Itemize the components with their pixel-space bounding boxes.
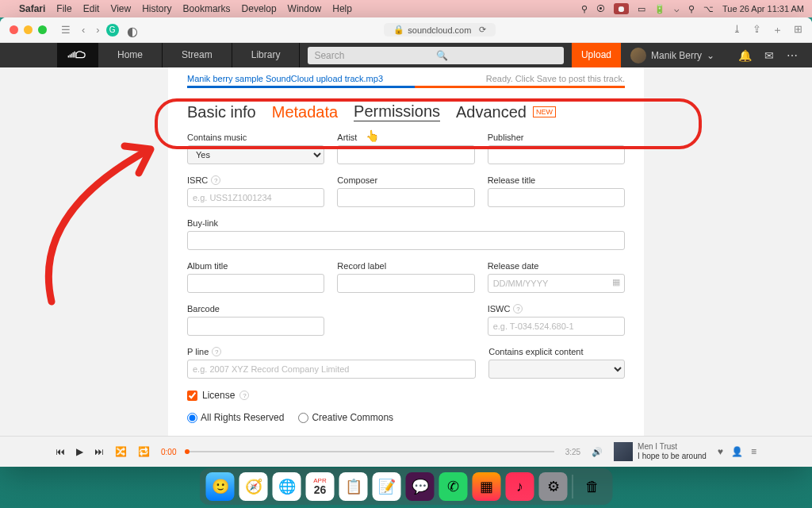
tab-advanced[interactable]: Advanced xyxy=(456,103,527,121)
dock-slack[interactable]: 💬 xyxy=(406,472,435,501)
label-iswc: ISWC xyxy=(488,304,511,314)
menu-window[interactable]: Window xyxy=(288,3,322,14)
nav-library[interactable]: Library xyxy=(232,43,301,67)
url-host: soundcloud.com xyxy=(408,25,471,35)
spotlight-icon[interactable]: ⚲ xyxy=(688,4,695,14)
shield-extension-icon[interactable]: ◐ xyxy=(127,24,138,35)
tab-permissions[interactable]: Permissions xyxy=(354,102,440,121)
nav-stream[interactable]: Stream xyxy=(163,43,232,67)
calendar-icon[interactable]: ▦ xyxy=(612,277,620,287)
select-explicit[interactable] xyxy=(488,360,625,379)
player-prev-icon[interactable]: ⏮ xyxy=(56,446,65,457)
grammarly-extension-icon[interactable]: G xyxy=(106,24,119,37)
dock-notes[interactable]: 📝 xyxy=(373,472,401,501)
player-title[interactable]: I hope to be around xyxy=(638,452,707,461)
soundcloud-logo[interactable] xyxy=(57,43,98,67)
dock-music[interactable]: ♪ xyxy=(506,472,534,501)
player-volume-icon[interactable]: 🔊 xyxy=(592,447,603,457)
dock-safari[interactable]: 🧭 xyxy=(239,472,268,501)
username: Manik Berry xyxy=(651,50,702,61)
battery-icon[interactable]: 🔋 xyxy=(654,4,665,14)
tabs-overview-icon[interactable]: ⊞ xyxy=(794,23,802,37)
display-icon[interactable]: ▭ xyxy=(638,4,645,14)
player-like-icon[interactable]: ♥ xyxy=(718,446,723,457)
help-icon[interactable]: ? xyxy=(212,347,221,356)
help-icon[interactable]: ? xyxy=(211,175,220,185)
input-barcode[interactable] xyxy=(187,317,324,336)
input-release-date[interactable] xyxy=(488,274,625,293)
window-zoom-button[interactable] xyxy=(38,25,47,34)
help-icon[interactable]: ? xyxy=(513,304,523,314)
notifications-icon[interactable]: 🔔 xyxy=(738,49,752,62)
input-pline[interactable] xyxy=(187,360,476,379)
menubar-clock[interactable]: Tue 26 Apr 11:31 AM xyxy=(722,4,804,13)
player-repeat-icon[interactable]: 🔁 xyxy=(138,446,150,457)
input-artist[interactable] xyxy=(337,145,474,164)
dock-calendar[interactable]: APR26 xyxy=(306,472,335,501)
player-shuffle-icon[interactable]: 🔀 xyxy=(115,446,127,457)
dock-reminders[interactable]: 📋 xyxy=(339,472,368,501)
radio-all-rights[interactable] xyxy=(187,413,197,423)
dock-app[interactable]: ▦ xyxy=(473,472,501,501)
menu-edit[interactable]: Edit xyxy=(83,3,100,14)
menu-file[interactable]: File xyxy=(56,3,71,14)
upload-filename: Manik berry sample SoundCloud upload tra… xyxy=(187,74,383,83)
user-menu[interactable]: Manik Berry ⌄ xyxy=(621,48,724,64)
forward-button-icon[interactable]: › xyxy=(96,24,99,36)
select-contains-music[interactable]: Yes xyxy=(187,145,324,164)
wifi-icon[interactable]: ⌵ xyxy=(674,4,680,14)
checkbox-license[interactable] xyxy=(187,391,197,401)
messages-icon[interactable]: ✉ xyxy=(764,49,774,62)
input-buy-link[interactable] xyxy=(187,231,625,250)
player-artist[interactable]: Men I Trust xyxy=(638,442,707,452)
player-duration: 3:25 xyxy=(565,448,580,456)
dock-whatsapp[interactable]: ✆ xyxy=(439,472,468,501)
input-iswc[interactable] xyxy=(488,317,625,336)
player-play-icon[interactable]: ▶ xyxy=(76,446,83,457)
tab-metadata[interactable]: Metadata xyxy=(272,103,338,121)
input-album-title[interactable] xyxy=(187,274,324,293)
label-release-title: Release title xyxy=(488,175,625,185)
search-input[interactable]: Search 🔍 xyxy=(308,47,564,64)
bluetooth-icon[interactable]: ⚲ xyxy=(581,4,588,14)
player-seek-bar[interactable] xyxy=(187,451,553,452)
tab-basic-info[interactable]: Basic info xyxy=(187,103,256,121)
status-icon[interactable]: ⦿ xyxy=(596,4,605,13)
player-follow-icon[interactable]: 👤 xyxy=(731,446,743,457)
help-icon[interactable]: ? xyxy=(239,391,249,400)
nav-home[interactable]: Home xyxy=(98,43,163,67)
new-tab-icon[interactable]: ＋ xyxy=(772,23,783,37)
menu-bookmarks[interactable]: Bookmarks xyxy=(183,3,231,14)
record-icon[interactable]: ⏺ xyxy=(614,3,629,14)
menu-help[interactable]: Help xyxy=(332,3,352,14)
player-artwork[interactable] xyxy=(614,442,633,461)
dock-trash[interactable]: 🗑 xyxy=(578,472,607,501)
window-close-button[interactable] xyxy=(10,25,18,34)
input-release-title[interactable] xyxy=(488,188,625,207)
dock-finder[interactable]: 🙂 xyxy=(206,472,235,501)
control-center-icon[interactable]: ⌥ xyxy=(703,4,714,14)
menu-view[interactable]: View xyxy=(110,3,131,14)
dock-chrome[interactable]: 🌐 xyxy=(273,472,301,501)
more-icon[interactable]: ⋯ xyxy=(787,49,798,62)
input-record-label[interactable] xyxy=(337,274,474,293)
window-minimize-button[interactable] xyxy=(24,25,33,34)
share-icon[interactable]: ⇪ xyxy=(753,23,761,37)
input-isrc[interactable] xyxy=(187,188,324,207)
radio-creative-commons[interactable] xyxy=(298,413,308,423)
downloads-icon[interactable]: ⤓ xyxy=(733,23,741,37)
back-button-icon[interactable]: ‹ xyxy=(82,24,85,36)
input-publisher[interactable] xyxy=(488,145,625,164)
input-composer[interactable] xyxy=(337,188,474,207)
app-name[interactable]: Safari xyxy=(19,3,45,14)
label-album-title: Album title xyxy=(187,261,324,271)
sidebar-toggle-icon[interactable]: ☰ xyxy=(61,24,71,36)
upload-button[interactable]: Upload xyxy=(572,43,621,67)
dock-settings[interactable]: ⚙ xyxy=(539,472,568,501)
menu-history[interactable]: History xyxy=(142,3,171,14)
reload-icon[interactable]: ⟳ xyxy=(479,25,486,35)
player-next-icon[interactable]: ⏭ xyxy=(94,446,104,457)
address-bar[interactable]: 🔒 soundcloud.com ⟳ xyxy=(384,23,496,37)
player-queue-icon[interactable]: ≡ xyxy=(751,446,756,457)
menu-develop[interactable]: Develop xyxy=(242,3,277,14)
